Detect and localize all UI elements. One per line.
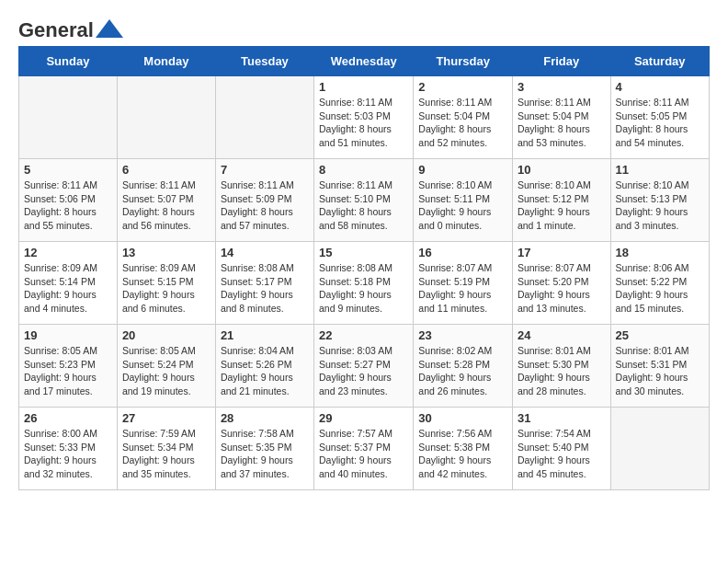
day-number: 14 [221, 246, 309, 259]
day-info: Sunrise: 8:05 AMSunset: 5:24 PMDaylight:… [122, 344, 210, 398]
weekday-header-sunday: Sunday [19, 47, 118, 76]
day-number: 18 [616, 246, 704, 259]
day-number: 13 [122, 246, 210, 259]
day-info: Sunrise: 8:11 AMSunset: 5:10 PMDaylight:… [319, 178, 408, 233]
week-row-5: 26Sunrise: 8:00 AMSunset: 5:33 PMDayligh… [19, 408, 710, 490]
calendar-cell: 31Sunrise: 7:54 AMSunset: 5:40 PMDayligh… [512, 408, 610, 490]
day-number: 30 [418, 411, 507, 425]
calendar-cell: 12Sunrise: 8:09 AMSunset: 5:14 PMDayligh… [19, 242, 118, 325]
day-info: Sunrise: 7:54 AMSunset: 5:40 PMDaylight:… [518, 427, 606, 481]
day-number: 16 [418, 246, 507, 259]
day-number: 15 [319, 246, 408, 259]
calendar-cell: 23Sunrise: 8:02 AMSunset: 5:28 PMDayligh… [414, 325, 513, 408]
calendar-cell: 26Sunrise: 8:00 AMSunset: 5:33 PMDayligh… [19, 408, 118, 490]
day-number: 27 [122, 411, 210, 425]
day-info: Sunrise: 8:00 AMSunset: 5:33 PMDaylight:… [24, 427, 112, 481]
weekday-header-thursday: Thursday [414, 47, 513, 76]
day-number: 10 [518, 163, 606, 177]
calendar-cell: 19Sunrise: 8:05 AMSunset: 5:23 PMDayligh… [19, 325, 118, 408]
calendar-cell: 18Sunrise: 8:06 AMSunset: 5:22 PMDayligh… [610, 242, 709, 325]
day-number: 31 [518, 411, 606, 425]
weekday-header-tuesday: Tuesday [215, 47, 313, 76]
calendar-body: 1Sunrise: 8:11 AMSunset: 5:03 PMDaylight… [19, 76, 710, 490]
day-number: 28 [221, 411, 309, 425]
day-number: 2 [418, 80, 507, 94]
calendar-cell: 16Sunrise: 8:07 AMSunset: 5:19 PMDayligh… [414, 242, 513, 325]
day-info: Sunrise: 8:08 AMSunset: 5:17 PMDaylight:… [221, 261, 309, 316]
day-info: Sunrise: 8:09 AMSunset: 5:14 PMDaylight:… [24, 261, 112, 316]
calendar-cell: 4Sunrise: 8:11 AMSunset: 5:05 PMDaylight… [610, 76, 709, 159]
day-number: 7 [221, 163, 309, 177]
day-info: Sunrise: 8:01 AMSunset: 5:31 PMDaylight:… [616, 344, 704, 398]
day-info: Sunrise: 8:04 AMSunset: 5:26 PMDaylight:… [221, 344, 309, 398]
calendar-cell: 22Sunrise: 8:03 AMSunset: 5:27 PMDayligh… [314, 325, 414, 408]
weekday-header-row: SundayMondayTuesdayWednesdayThursdayFrid… [19, 47, 710, 76]
calendar-cell: 8Sunrise: 8:11 AMSunset: 5:10 PMDaylight… [314, 159, 414, 242]
day-info: Sunrise: 8:05 AMSunset: 5:23 PMDaylight:… [24, 344, 112, 398]
day-number: 3 [518, 80, 606, 94]
calendar-cell: 11Sunrise: 8:10 AMSunset: 5:13 PMDayligh… [610, 159, 709, 242]
day-info: Sunrise: 8:01 AMSunset: 5:30 PMDaylight:… [518, 344, 606, 398]
weekday-header-wednesday: Wednesday [314, 47, 414, 76]
day-number: 22 [319, 328, 408, 342]
day-number: 5 [24, 163, 112, 177]
day-number: 26 [24, 411, 112, 425]
calendar-cell: 6Sunrise: 8:11 AMSunset: 5:07 PMDaylight… [117, 159, 215, 242]
calendar-cell: 30Sunrise: 7:56 AMSunset: 5:38 PMDayligh… [414, 408, 513, 490]
day-number: 9 [418, 163, 507, 177]
calendar-cell: 21Sunrise: 8:04 AMSunset: 5:26 PMDayligh… [215, 325, 313, 408]
day-info: Sunrise: 8:11 AMSunset: 5:09 PMDaylight:… [221, 178, 309, 233]
day-info: Sunrise: 8:06 AMSunset: 5:22 PMDaylight:… [616, 261, 704, 316]
calendar-cell: 25Sunrise: 8:01 AMSunset: 5:31 PMDayligh… [610, 325, 709, 408]
day-info: Sunrise: 8:11 AMSunset: 5:07 PMDaylight:… [122, 178, 210, 233]
calendar-cell: 3Sunrise: 8:11 AMSunset: 5:04 PMDaylight… [512, 76, 610, 159]
calendar-cell: 2Sunrise: 8:11 AMSunset: 5:04 PMDaylight… [414, 76, 513, 159]
week-row-1: 1Sunrise: 8:11 AMSunset: 5:03 PMDaylight… [19, 76, 710, 159]
day-number: 29 [319, 411, 408, 425]
calendar-cell [19, 76, 118, 159]
day-info: Sunrise: 8:07 AMSunset: 5:20 PMDaylight:… [518, 261, 606, 316]
calendar-cell: 20Sunrise: 8:05 AMSunset: 5:24 PMDayligh… [117, 325, 215, 408]
calendar-cell: 1Sunrise: 8:11 AMSunset: 5:03 PMDaylight… [314, 76, 414, 159]
day-info: Sunrise: 8:11 AMSunset: 5:06 PMDaylight:… [24, 178, 112, 233]
day-number: 8 [319, 163, 408, 177]
calendar-cell: 28Sunrise: 7:58 AMSunset: 5:35 PMDayligh… [215, 408, 313, 490]
calendar-cell [610, 408, 709, 490]
day-info: Sunrise: 8:11 AMSunset: 5:03 PMDaylight:… [319, 96, 408, 150]
calendar-cell: 17Sunrise: 8:07 AMSunset: 5:20 PMDayligh… [512, 242, 610, 325]
calendar-cell: 14Sunrise: 8:08 AMSunset: 5:17 PMDayligh… [215, 242, 313, 325]
day-info: Sunrise: 8:02 AMSunset: 5:28 PMDaylight:… [418, 344, 507, 398]
weekday-header-saturday: Saturday [610, 47, 709, 76]
week-row-3: 12Sunrise: 8:09 AMSunset: 5:14 PMDayligh… [19, 242, 710, 325]
logo-general: General [18, 18, 94, 42]
day-info: Sunrise: 8:10 AMSunset: 5:11 PMDaylight:… [418, 178, 507, 233]
calendar-cell: 9Sunrise: 8:10 AMSunset: 5:11 PMDaylight… [414, 159, 513, 242]
calendar-cell: 7Sunrise: 8:11 AMSunset: 5:09 PMDaylight… [215, 159, 313, 242]
calendar-cell: 29Sunrise: 7:57 AMSunset: 5:37 PMDayligh… [314, 408, 414, 490]
day-number: 21 [221, 328, 309, 342]
calendar-cell: 24Sunrise: 8:01 AMSunset: 5:30 PMDayligh… [512, 325, 610, 408]
day-info: Sunrise: 8:10 AMSunset: 5:13 PMDaylight:… [616, 178, 704, 233]
day-info: Sunrise: 8:10 AMSunset: 5:12 PMDaylight:… [518, 178, 606, 233]
day-info: Sunrise: 8:08 AMSunset: 5:18 PMDaylight:… [319, 261, 408, 316]
calendar-cell: 27Sunrise: 7:59 AMSunset: 5:34 PMDayligh… [117, 408, 215, 490]
day-info: Sunrise: 8:11 AMSunset: 5:05 PMDaylight:… [616, 96, 704, 150]
weekday-header-monday: Monday [117, 47, 215, 76]
calendar-cell [215, 76, 313, 159]
day-number: 23 [418, 328, 507, 342]
svg-marker-0 [96, 19, 123, 38]
day-number: 24 [518, 328, 606, 342]
day-info: Sunrise: 8:09 AMSunset: 5:15 PMDaylight:… [122, 261, 210, 316]
day-number: 1 [319, 80, 408, 94]
day-number: 11 [616, 163, 704, 177]
calendar-cell [117, 76, 215, 159]
week-row-4: 19Sunrise: 8:05 AMSunset: 5:23 PMDayligh… [19, 325, 710, 408]
day-number: 6 [122, 163, 210, 177]
logo: General [18, 18, 123, 37]
calendar-table: SundayMondayTuesdayWednesdayThursdayFrid… [18, 46, 710, 490]
calendar-cell: 13Sunrise: 8:09 AMSunset: 5:15 PMDayligh… [117, 242, 215, 325]
day-number: 4 [616, 80, 704, 94]
day-number: 19 [24, 328, 112, 342]
calendar-cell: 15Sunrise: 8:08 AMSunset: 5:18 PMDayligh… [314, 242, 414, 325]
day-info: Sunrise: 7:58 AMSunset: 5:35 PMDaylight:… [221, 427, 309, 481]
